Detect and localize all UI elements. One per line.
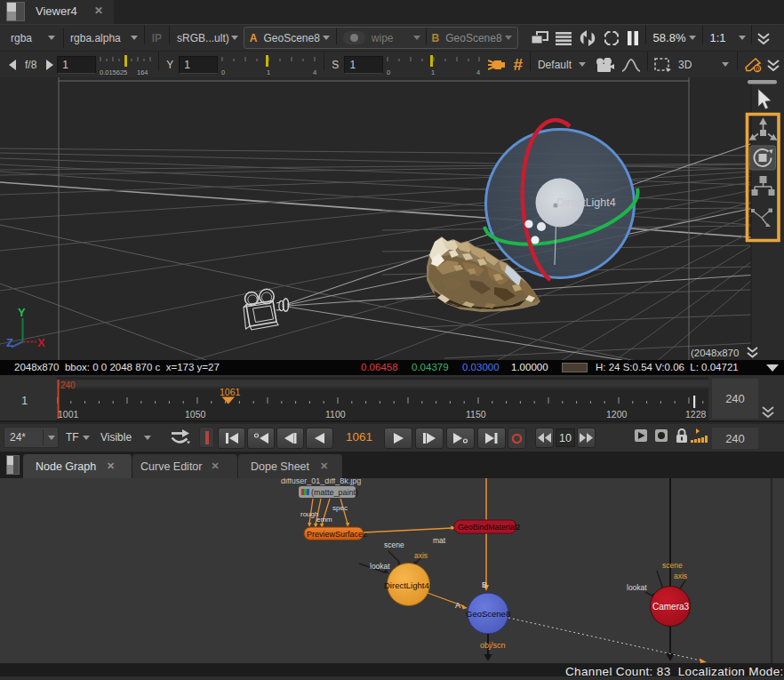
svg-text:0.015625: 0.015625 bbox=[100, 68, 127, 76]
svg-text:obj/scn: obj/scn bbox=[480, 641, 506, 650]
svg-text:A: A bbox=[455, 601, 460, 610]
svg-text:DirectLight4: DirectLight4 bbox=[384, 580, 429, 590]
svg-text:scene: scene bbox=[662, 561, 683, 570]
svg-text:4: 4 bbox=[313, 68, 316, 76]
svg-text:spec: spec bbox=[332, 504, 348, 512]
svg-text:emm: emm bbox=[316, 516, 332, 524]
svg-text:1: 1 bbox=[431, 68, 435, 76]
svg-text:1050: 1050 bbox=[185, 409, 206, 420]
svg-text:Z: Z bbox=[6, 336, 13, 349]
svg-text:1200: 1200 bbox=[606, 409, 628, 420]
svg-text:240: 240 bbox=[60, 380, 76, 390]
svg-text:164: 164 bbox=[137, 68, 148, 76]
svg-text:Camera3: Camera3 bbox=[652, 602, 690, 612]
svg-text:lookat: lookat bbox=[627, 583, 647, 592]
svg-text:X: X bbox=[37, 336, 45, 349]
svg-text:B: B bbox=[482, 580, 487, 589]
svg-text:1228: 1228 bbox=[685, 409, 707, 420]
svg-text:1: 1 bbox=[267, 68, 270, 76]
svg-text:(matte_paint): (matte_paint) bbox=[311, 488, 358, 497]
svg-text:0: 0 bbox=[221, 68, 225, 76]
svg-text:mat: mat bbox=[433, 536, 446, 545]
svg-text:0: 0 bbox=[756, 65, 760, 71]
svg-text:axis: axis bbox=[674, 572, 687, 580]
svg-text:lookat: lookat bbox=[370, 562, 390, 571]
svg-text:GeoBindMaterial2: GeoBindMaterial2 bbox=[458, 523, 521, 532]
svg-text:Y: Y bbox=[18, 306, 26, 319]
svg-text:1001: 1001 bbox=[58, 409, 79, 420]
svg-text:DirectLight4: DirectLight4 bbox=[556, 196, 616, 209]
svg-text:axis: axis bbox=[414, 551, 428, 560]
svg-text:1150: 1150 bbox=[466, 409, 486, 420]
svg-text:(2048x870: (2048x870 bbox=[691, 348, 739, 358]
svg-text:PreviewSurface2: PreviewSurface2 bbox=[307, 530, 367, 539]
svg-text:4: 4 bbox=[476, 68, 480, 76]
svg-text:1100: 1100 bbox=[325, 409, 346, 420]
svg-text:scene: scene bbox=[384, 540, 404, 549]
svg-text:0: 0 bbox=[387, 68, 390, 76]
svg-text:1061: 1061 bbox=[220, 387, 241, 397]
svg-text:GeoScene8: GeoScene8 bbox=[466, 609, 510, 619]
svg-text:diffuser_01_diff_8k.jpg: diffuser_01_diff_8k.jpg bbox=[281, 478, 361, 485]
